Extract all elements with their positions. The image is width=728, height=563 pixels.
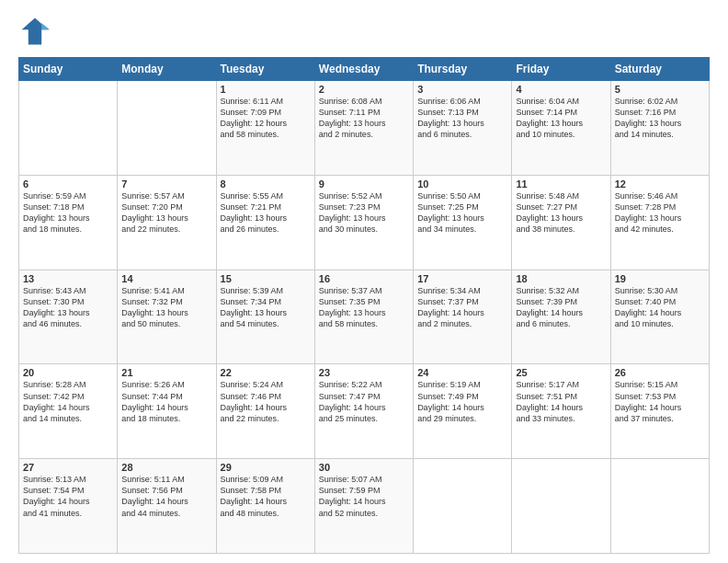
cell-day-number: 16: [319, 273, 409, 284]
cell-day-number: 15: [221, 273, 311, 284]
calendar-cell: 24Sunrise: 5:19 AMSunset: 7:49 PMDayligh…: [414, 364, 512, 459]
cell-info: Sunrise: 5:22 AMSunset: 7:47 PMDaylight:…: [319, 379, 409, 424]
calendar-cell: [414, 459, 512, 554]
cell-info: Sunrise: 5:41 AMSunset: 7:32 PMDaylight:…: [121, 285, 211, 330]
cell-info: Sunrise: 5:13 AMSunset: 7:54 PMDaylight:…: [23, 474, 113, 519]
header-cell-wednesday: Wednesday: [314, 58, 413, 81]
calendar-cell: 18Sunrise: 5:32 AMSunset: 7:39 PMDayligh…: [512, 270, 610, 364]
cell-day-number: 22: [221, 367, 311, 378]
cell-day-number: 1: [221, 84, 311, 95]
cell-info: Sunrise: 5:55 AMSunset: 7:21 PMDaylight:…: [221, 190, 311, 236]
calendar-cell: 15Sunrise: 5:39 AMSunset: 7:34 PMDayligh…: [216, 270, 314, 364]
cell-day-number: 24: [417, 367, 507, 378]
cell-info: Sunrise: 5:48 AMSunset: 7:27 PMDaylight:…: [516, 190, 606, 236]
cell-day-number: 26: [615, 367, 705, 378]
header-cell-friday: Friday: [512, 58, 610, 81]
cell-info: Sunrise: 6:06 AMSunset: 7:13 PMDaylight:…: [417, 96, 507, 141]
calendar-cell: 27Sunrise: 5:13 AMSunset: 7:54 PMDayligh…: [19, 459, 118, 554]
calendar-cell: 4Sunrise: 6:04 AMSunset: 7:14 PMDaylight…: [512, 81, 610, 176]
cell-day-number: 21: [121, 367, 211, 378]
cell-day-number: 30: [319, 462, 409, 473]
cell-info: Sunrise: 5:32 AMSunset: 7:39 PMDaylight:…: [516, 285, 606, 330]
cell-info: Sunrise: 5:37 AMSunset: 7:35 PMDaylight:…: [319, 285, 409, 330]
svg-marker-1: [41, 23, 50, 29]
calendar-cell: [118, 81, 216, 176]
cell-info: Sunrise: 5:15 AMSunset: 7:53 PMDaylight:…: [615, 379, 705, 424]
calendar-cell: 12Sunrise: 5:46 AMSunset: 7:28 PMDayligh…: [610, 175, 709, 270]
calendar-cell: 2Sunrise: 6:08 AMSunset: 7:11 PMDaylight…: [314, 81, 413, 176]
calendar-cell: [610, 459, 709, 554]
calendar-cell: 16Sunrise: 5:37 AMSunset: 7:35 PMDayligh…: [314, 270, 413, 364]
cell-info: Sunrise: 5:09 AMSunset: 7:58 PMDaylight:…: [221, 474, 311, 519]
cell-day-number: 23: [319, 367, 409, 378]
cell-day-number: 5: [615, 84, 705, 95]
cell-day-number: 4: [516, 84, 606, 95]
calendar-cell: 3Sunrise: 6:06 AMSunset: 7:13 PMDaylight…: [414, 81, 512, 176]
calendar-cell: 8Sunrise: 5:55 AMSunset: 7:21 PMDaylight…: [216, 175, 314, 270]
calendar-cell: 11Sunrise: 5:48 AMSunset: 7:27 PMDayligh…: [512, 175, 610, 270]
cell-info: Sunrise: 5:46 AMSunset: 7:28 PMDaylight:…: [615, 190, 705, 236]
cell-day-number: 28: [121, 462, 211, 473]
cell-info: Sunrise: 5:07 AMSunset: 7:59 PMDaylight:…: [319, 474, 409, 519]
calendar-cell: 20Sunrise: 5:28 AMSunset: 7:42 PMDayligh…: [19, 364, 118, 459]
header: [18, 15, 710, 48]
cell-day-number: 2: [319, 84, 409, 95]
header-cell-sunday: Sunday: [19, 58, 118, 81]
calendar-cell: 13Sunrise: 5:43 AMSunset: 7:30 PMDayligh…: [19, 270, 118, 364]
cell-info: Sunrise: 6:11 AMSunset: 7:09 PMDaylight:…: [221, 96, 311, 141]
cell-day-number: 8: [221, 178, 311, 190]
cell-info: Sunrise: 5:24 AMSunset: 7:46 PMDaylight:…: [221, 379, 311, 424]
cell-info: Sunrise: 5:11 AMSunset: 7:56 PMDaylight:…: [121, 474, 211, 519]
cell-info: Sunrise: 5:59 AMSunset: 7:18 PMDaylight:…: [23, 190, 113, 236]
calendar-cell: 17Sunrise: 5:34 AMSunset: 7:37 PMDayligh…: [414, 270, 512, 364]
calendar-cell: 6Sunrise: 5:59 AMSunset: 7:18 PMDaylight…: [19, 175, 118, 270]
calendar-cell: 22Sunrise: 5:24 AMSunset: 7:46 PMDayligh…: [216, 364, 314, 459]
calendar-cell: 10Sunrise: 5:50 AMSunset: 7:25 PMDayligh…: [414, 175, 512, 270]
calendar-table: SundayMondayTuesdayWednesdayThursdayFrid…: [18, 57, 710, 554]
cell-day-number: 6: [23, 178, 113, 190]
week-row-4: 20Sunrise: 5:28 AMSunset: 7:42 PMDayligh…: [19, 364, 710, 459]
week-row-1: 1Sunrise: 6:11 AMSunset: 7:09 PMDaylight…: [19, 81, 710, 176]
cell-day-number: 18: [516, 273, 606, 284]
logo: [18, 15, 55, 48]
cell-info: Sunrise: 5:50 AMSunset: 7:25 PMDaylight:…: [417, 190, 507, 236]
page: SundayMondayTuesdayWednesdayThursdayFrid…: [0, 0, 728, 563]
cell-info: Sunrise: 5:52 AMSunset: 7:23 PMDaylight:…: [319, 190, 409, 236]
cell-info: Sunrise: 5:39 AMSunset: 7:34 PMDaylight:…: [221, 285, 311, 330]
calendar-cell: 25Sunrise: 5:17 AMSunset: 7:51 PMDayligh…: [512, 364, 610, 459]
cell-day-number: 25: [516, 367, 606, 378]
header-cell-tuesday: Tuesday: [216, 58, 314, 81]
calendar-cell: 29Sunrise: 5:09 AMSunset: 7:58 PMDayligh…: [216, 459, 314, 554]
calendar-cell: 28Sunrise: 5:11 AMSunset: 7:56 PMDayligh…: [118, 459, 216, 554]
logo-icon: [18, 15, 51, 48]
cell-info: Sunrise: 6:08 AMSunset: 7:11 PMDaylight:…: [319, 96, 409, 141]
calendar-header: SundayMondayTuesdayWednesdayThursdayFrid…: [19, 58, 710, 81]
calendar-body: 1Sunrise: 6:11 AMSunset: 7:09 PMDaylight…: [19, 81, 710, 554]
svg-marker-0: [22, 18, 49, 45]
calendar-cell: 5Sunrise: 6:02 AMSunset: 7:16 PMDaylight…: [610, 81, 709, 176]
cell-day-number: 12: [615, 178, 705, 190]
cell-info: Sunrise: 6:04 AMSunset: 7:14 PMDaylight:…: [516, 96, 606, 141]
cell-info: Sunrise: 5:57 AMSunset: 7:20 PMDaylight:…: [121, 190, 211, 236]
header-cell-thursday: Thursday: [414, 58, 512, 81]
calendar-cell: 1Sunrise: 6:11 AMSunset: 7:09 PMDaylight…: [216, 81, 314, 176]
cell-info: Sunrise: 5:34 AMSunset: 7:37 PMDaylight:…: [417, 285, 507, 330]
cell-day-number: 19: [615, 273, 705, 284]
cell-day-number: 13: [23, 273, 113, 284]
cell-day-number: 11: [516, 178, 606, 190]
cell-info: Sunrise: 6:02 AMSunset: 7:16 PMDaylight:…: [615, 96, 705, 141]
cell-day-number: 10: [417, 178, 507, 190]
calendar-cell: 7Sunrise: 5:57 AMSunset: 7:20 PMDaylight…: [118, 175, 216, 270]
cell-info: Sunrise: 5:30 AMSunset: 7:40 PMDaylight:…: [615, 285, 705, 330]
cell-day-number: 20: [23, 367, 113, 378]
calendar-cell: [19, 81, 118, 176]
calendar-cell: 30Sunrise: 5:07 AMSunset: 7:59 PMDayligh…: [314, 459, 413, 554]
cell-info: Sunrise: 5:17 AMSunset: 7:51 PMDaylight:…: [516, 379, 606, 424]
cell-info: Sunrise: 5:28 AMSunset: 7:42 PMDaylight:…: [23, 379, 113, 424]
calendar-cell: 21Sunrise: 5:26 AMSunset: 7:44 PMDayligh…: [118, 364, 216, 459]
calendar-cell: 14Sunrise: 5:41 AMSunset: 7:32 PMDayligh…: [118, 270, 216, 364]
calendar-cell: 26Sunrise: 5:15 AMSunset: 7:53 PMDayligh…: [610, 364, 709, 459]
calendar-cell: 23Sunrise: 5:22 AMSunset: 7:47 PMDayligh…: [314, 364, 413, 459]
week-row-2: 6Sunrise: 5:59 AMSunset: 7:18 PMDaylight…: [19, 175, 710, 270]
calendar-cell: [512, 459, 610, 554]
